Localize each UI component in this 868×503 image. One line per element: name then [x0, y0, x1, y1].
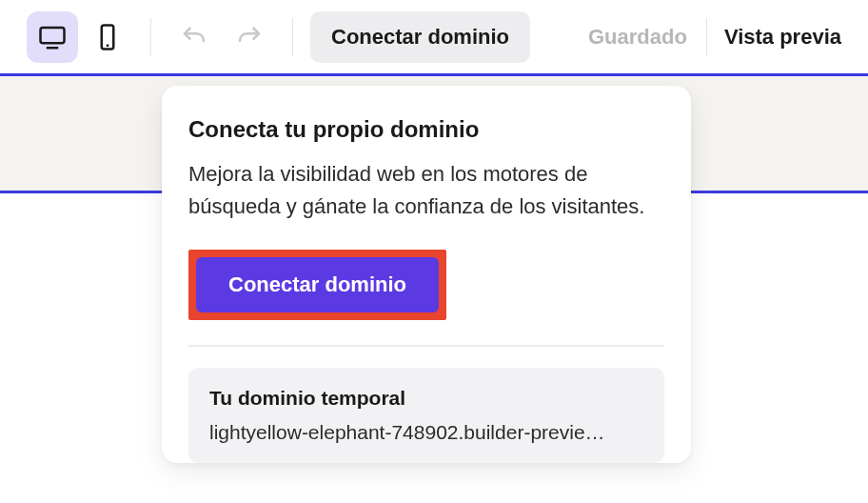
divider — [292, 18, 293, 56]
redo-icon — [235, 23, 264, 51]
top-toolbar: Conectar dominio Guardado Vista previa — [0, 0, 868, 76]
popover-description: Mejora la visibilidad web en los motores… — [188, 158, 664, 223]
connect-domain-popover: Conecta tu propio dominio Mejora la visi… — [162, 86, 691, 463]
redo-button[interactable] — [224, 11, 275, 63]
mobile-view-button[interactable] — [82, 11, 133, 63]
desktop-view-button[interactable] — [27, 11, 78, 63]
divider — [188, 345, 664, 347]
temporary-domain-title: Tu dominio temporal — [209, 387, 643, 410]
desktop-icon — [38, 23, 67, 51]
connect-button-highlight: Conectar dominio — [188, 250, 446, 320]
temporary-domain-box: Tu dominio temporal lightyellow-elephant… — [188, 368, 664, 463]
popover-title: Conecta tu propio dominio — [188, 116, 664, 143]
temporary-domain-value: lightyellow-elephant-748902.builder-prev… — [209, 421, 643, 444]
connect-domain-chip[interactable]: Conectar dominio — [310, 11, 530, 63]
svg-rect-0 — [41, 28, 65, 43]
divider — [150, 18, 151, 56]
connect-domain-button[interactable]: Conectar dominio — [196, 257, 439, 312]
mobile-icon — [93, 23, 122, 51]
saved-status: Guardado — [588, 25, 687, 50]
undo-icon — [180, 23, 208, 51]
undo-button[interactable] — [168, 11, 220, 63]
preview-button[interactable]: Vista previa — [706, 18, 841, 56]
